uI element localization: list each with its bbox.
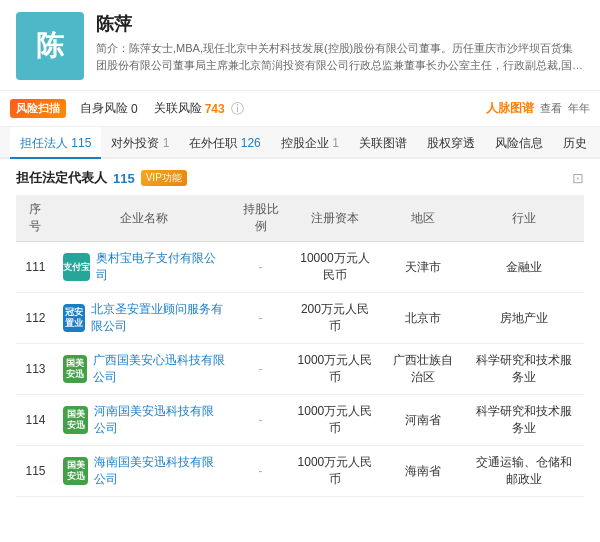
section-count: 115 <box>113 171 135 186</box>
vip-badge[interactable]: VIP功能 <box>141 170 187 186</box>
self-risk-item: 自身风险 0 <box>80 100 138 117</box>
content-area: 担任法定代表人 115 VIP功能 ⊡ 序号 企业名称 持股比例 注册资本 地区… <box>0 159 600 507</box>
cell-capital: 1000万元人民币 <box>288 344 382 395</box>
tab-legal-person[interactable]: 担任法人 115 <box>10 127 101 159</box>
cell-company: 冠安置业 北京圣安置业顾问服务有限公司 <box>55 293 233 344</box>
sub-tabs: 担任法人 115 对外投资 1 在外任职 126 控股企业 1 关联图谱 股权穿… <box>0 127 600 159</box>
tab-history[interactable]: 历史 <box>553 127 597 159</box>
cell-region: 天津市 <box>382 242 464 293</box>
tab-positions[interactable]: 在外任职 126 <box>179 127 270 159</box>
related-risk-item: 关联风险 743 <box>154 100 225 117</box>
table-row: 111 支付宝 奥村宝电子支付有限公司 - 10000万元人民币 天津市 金融业 <box>16 242 584 293</box>
cell-id: 113 <box>16 344 55 395</box>
data-table: 序号 企业名称 持股比例 注册资本 地区 行业 111 支付宝 奥村宝电子支付有… <box>16 195 584 497</box>
col-header-region: 地区 <box>382 195 464 242</box>
tab-equity[interactable]: 股权穿透 <box>417 127 485 159</box>
related-risk-count: 743 <box>205 102 225 116</box>
cell-capital: 1000万元人民币 <box>288 446 382 497</box>
cell-industry: 交通运输、仓储和邮政业 <box>464 446 584 497</box>
table-header-row: 序号 企业名称 持股比例 注册资本 地区 行业 <box>16 195 584 242</box>
cell-industry: 金融业 <box>464 242 584 293</box>
profile-info: 陈萍 简介：陈萍女士,MBA,现任北京中关村科技发展(控股)股份有限公司董事。历… <box>96 12 584 73</box>
cell-capital: 1000万元人民币 <box>288 395 382 446</box>
section-header: 担任法定代表人 115 VIP功能 ⊡ <box>16 169 584 187</box>
cell-id: 112 <box>16 293 55 344</box>
self-risk-count: 0 <box>131 102 138 116</box>
col-header-stake: 持股比例 <box>233 195 288 242</box>
tabs-bar-left: 风险扫描 自身风险 0 关联风险 743 ⓘ <box>10 99 244 118</box>
company-logo: 冠安置业 <box>63 304 85 332</box>
renmai-label: 人脉图谱 <box>486 100 534 117</box>
expand-icon[interactable]: ⊡ <box>572 170 584 186</box>
cell-company: 支付宝 奥村宝电子支付有限公司 <box>55 242 233 293</box>
company-link[interactable]: 广西国美安心迅科技有限公司 <box>93 352 225 386</box>
cell-capital: 200万元人民币 <box>288 293 382 344</box>
profile-section: 陈 陈萍 简介：陈萍女士,MBA,现任北京中关村科技发展(控股)股份有限公司董事… <box>0 0 600 91</box>
company-link[interactable]: 奥村宝电子支付有限公司 <box>96 250 225 284</box>
section-actions: ⊡ <box>572 170 584 186</box>
cell-industry: 科学研究和技术服务业 <box>464 395 584 446</box>
tabs-bar-right: 人脉图谱 查看 年年 <box>486 100 590 117</box>
company-link[interactable]: 北京圣安置业顾问服务有限公司 <box>91 301 225 335</box>
col-header-capital: 注册资本 <box>288 195 382 242</box>
avatar: 陈 <box>16 12 84 80</box>
col-header-company: 企业名称 <box>55 195 233 242</box>
cell-id: 111 <box>16 242 55 293</box>
cell-stake: - <box>233 242 288 293</box>
col-header-industry: 行业 <box>464 195 584 242</box>
table-row: 112 冠安置业 北京圣安置业顾问服务有限公司 - 200万元人民币 北京市 房… <box>16 293 584 344</box>
cell-company: 国美安迅 河南国美安迅科技有限公司 <box>55 395 233 446</box>
info-icon[interactable]: ⓘ <box>231 100 244 118</box>
cell-industry: 房地产业 <box>464 293 584 344</box>
cell-company: 国美安迅 海南国美安迅科技有限公司 <box>55 446 233 497</box>
col-header-id: 序号 <box>16 195 55 242</box>
table-row: 114 国美安迅 河南国美安迅科技有限公司 - 1000万元人民币 河南省 科学… <box>16 395 584 446</box>
cell-stake: - <box>233 446 288 497</box>
cell-region: 海南省 <box>382 446 464 497</box>
company-logo: 国美安迅 <box>63 457 88 485</box>
cell-id: 115 <box>16 446 55 497</box>
company-logo: 国美安迅 <box>63 355 87 383</box>
profile-name: 陈萍 <box>96 12 584 36</box>
tabs-bar: 风险扫描 自身风险 0 关联风险 743 ⓘ 人脉图谱 查看 年年 <box>0 91 600 127</box>
tab-relation-graph[interactable]: 关联图谱 <box>349 127 417 159</box>
cell-region: 北京市 <box>382 293 464 344</box>
cell-stake: - <box>233 395 288 446</box>
company-link[interactable]: 河南国美安迅科技有限公司 <box>94 403 225 437</box>
cell-stake: - <box>233 344 288 395</box>
table-row: 115 国美安迅 海南国美安迅科技有限公司 - 1000万元人民币 海南省 交通… <box>16 446 584 497</box>
cell-industry: 科学研究和技术服务业 <box>464 344 584 395</box>
cell-id: 114 <box>16 395 55 446</box>
view-button[interactable]: 查看 <box>540 101 562 116</box>
company-logo: 支付宝 <box>63 253 90 281</box>
cell-region: 河南省 <box>382 395 464 446</box>
cell-stake: - <box>233 293 288 344</box>
cell-company: 国美安迅 广西国美安心迅科技有限公司 <box>55 344 233 395</box>
year-button[interactable]: 年年 <box>568 101 590 116</box>
section-title: 担任法定代表人 <box>16 169 107 187</box>
tab-holdings[interactable]: 控股企业 1 <box>271 127 349 159</box>
tab-risk-info[interactable]: 风险信息 <box>485 127 553 159</box>
tab-investment[interactable]: 对外投资 1 <box>101 127 179 159</box>
cell-capital: 10000万元人民币 <box>288 242 382 293</box>
company-link[interactable]: 海南国美安迅科技有限公司 <box>94 454 225 488</box>
cell-region: 广西壮族自治区 <box>382 344 464 395</box>
brand-logo[interactable]: 风险扫描 <box>10 99 66 118</box>
table-row: 113 国美安迅 广西国美安心迅科技有限公司 - 1000万元人民币 广西壮族自… <box>16 344 584 395</box>
company-logo: 国美安迅 <box>63 406 88 434</box>
profile-desc: 简介：陈萍女士,MBA,现任北京中关村科技发展(控股)股份有限公司董事。历任重庆… <box>96 40 584 73</box>
